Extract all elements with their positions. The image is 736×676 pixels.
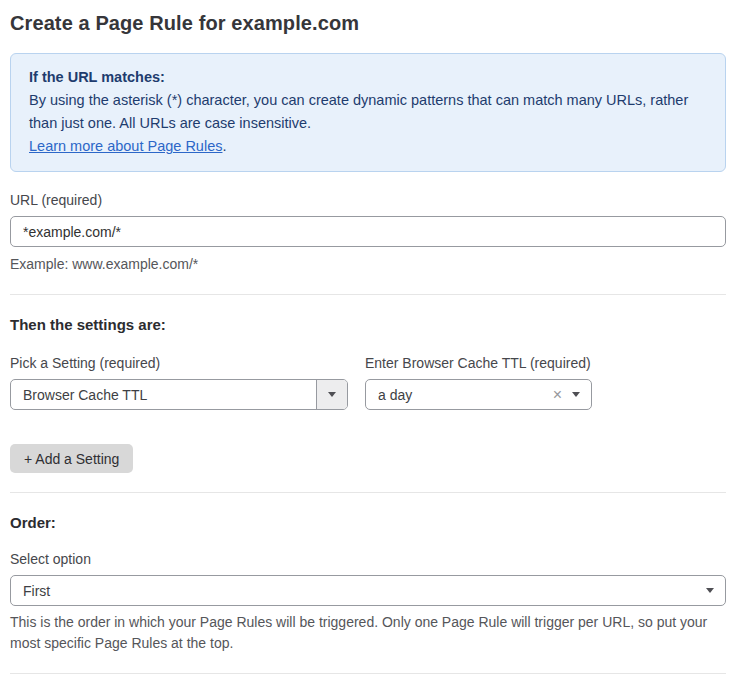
pick-setting-value: Browser Cache TTL bbox=[11, 387, 316, 403]
browser-cache-ttl-select[interactable]: a day × bbox=[365, 379, 592, 410]
order-section-heading: Order: bbox=[10, 514, 726, 531]
url-label: URL (required) bbox=[10, 192, 726, 208]
divider bbox=[10, 294, 726, 295]
link-suffix: . bbox=[222, 138, 226, 154]
browser-cache-ttl-value: a day bbox=[366, 387, 553, 403]
order-select-value: First bbox=[11, 583, 706, 599]
chevron-down-icon bbox=[328, 392, 336, 397]
pick-setting-label: Pick a Setting (required) bbox=[10, 355, 348, 371]
divider bbox=[10, 673, 726, 674]
settings-section-heading: Then the settings are: bbox=[10, 316, 726, 333]
chevron-down-icon bbox=[706, 588, 714, 593]
learn-more-page-rules-link[interactable]: Learn more about Page Rules bbox=[29, 138, 222, 154]
create-page-rule-panel: Create a Page Rule for example.com If th… bbox=[0, 0, 736, 676]
info-box-heading: If the URL matches: bbox=[29, 66, 707, 89]
add-setting-button[interactable]: + Add a Setting bbox=[10, 444, 133, 473]
order-label: Select option bbox=[10, 551, 726, 567]
browser-cache-ttl-field: Enter Browser Cache TTL (required) a day… bbox=[365, 335, 592, 410]
url-example-helper: Example: www.example.com/* bbox=[10, 254, 726, 275]
url-matches-info-box: If the URL matches: By using the asteris… bbox=[10, 53, 726, 172]
info-box-link-line: Learn more about Page Rules. bbox=[29, 135, 707, 158]
order-helper-text: This is the order in which your Page Rul… bbox=[10, 612, 726, 654]
pick-setting-field: Pick a Setting (required) Browser Cache … bbox=[10, 335, 348, 410]
info-box-body: By using the asterisk (*) character, you… bbox=[29, 89, 707, 135]
order-select[interactable]: First bbox=[10, 575, 726, 606]
url-input[interactable] bbox=[10, 216, 726, 247]
settings-row: Pick a Setting (required) Browser Cache … bbox=[10, 335, 726, 410]
pick-setting-select[interactable]: Browser Cache TTL bbox=[10, 379, 348, 410]
dropdown-arrow-cell[interactable] bbox=[316, 380, 347, 409]
chevron-down-icon bbox=[572, 392, 580, 397]
caret-container bbox=[572, 392, 591, 397]
page-title: Create a Page Rule for example.com bbox=[10, 12, 726, 35]
caret-container bbox=[706, 588, 725, 593]
divider bbox=[10, 492, 726, 493]
clear-selection-icon[interactable]: × bbox=[553, 387, 572, 403]
browser-cache-ttl-label: Enter Browser Cache TTL (required) bbox=[365, 355, 592, 371]
